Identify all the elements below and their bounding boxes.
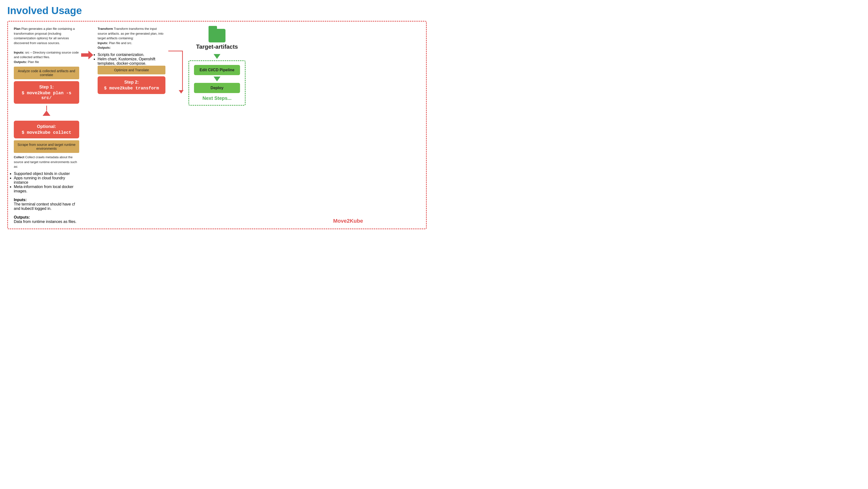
step1-cmd: $ move2kube plan -s src/ — [18, 91, 75, 100]
move2kube-label: Move2Kube — [333, 218, 363, 224]
collect-cmd-box: Optional: $ move2kube collect — [14, 121, 79, 138]
edit-cicd-btn[interactable]: Edit CI/CD Pipeline — [194, 65, 240, 75]
arrow-to-next-steps — [214, 54, 220, 59]
collect-step-label: Optional: — [18, 124, 75, 129]
collect-description: Collect Collect crawls metadata about th… — [14, 155, 79, 169]
plan-description: Plan Plan generates a plan file containi… — [14, 26, 79, 64]
arrow-plan-to-transform — [81, 51, 93, 59]
plan-section: Plan Plan generates a plan file containi… — [14, 26, 79, 224]
folder-icon — [209, 29, 225, 42]
next-steps-title: Next Steps... — [203, 95, 231, 101]
page-title: Involved Usage — [7, 5, 427, 17]
transform-description: Transform Transform transforms the input… — [98, 26, 165, 50]
step2-label: Step 2: — [101, 80, 161, 85]
transform-to-target-line — [167, 51, 184, 93]
main-box: Plan Plan generates a plan file containi… — [7, 21, 427, 229]
deploy-btn[interactable]: Deploy — [194, 83, 240, 93]
optimize-label-box: Optimize and Translate — [98, 66, 165, 75]
target-section: Target-artifacts Edit CI/CD Pipeline Dep… — [188, 29, 246, 106]
arrow-up-red — [42, 111, 51, 116]
transform-section: Transform Transform transforms the input… — [98, 26, 165, 96]
step1-label: Step 1: — [18, 85, 75, 90]
step2-cmd: $ move2kube transform — [101, 86, 161, 91]
arrow-line-up — [46, 106, 47, 111]
next-steps-box: Edit CI/CD Pipeline Deploy Next Steps... — [188, 60, 246, 106]
collect-cmd: $ move2kube collect — [18, 130, 75, 135]
step1-cmd-box: Step 1: $ move2kube plan -s src/ — [14, 81, 79, 104]
arrow-edit-to-deploy — [214, 77, 220, 81]
scrape-label-box: Scrape from source and target runtime en… — [14, 140, 79, 153]
analyze-label-box: Analyze code & collected artifacts and c… — [14, 67, 79, 79]
step2-cmd-box: Step 2: $ move2kube transform — [98, 76, 165, 94]
target-title: Target-artifacts — [196, 44, 238, 50]
collect-section: Optional: $ move2kube collect Scrape fro… — [14, 121, 79, 224]
